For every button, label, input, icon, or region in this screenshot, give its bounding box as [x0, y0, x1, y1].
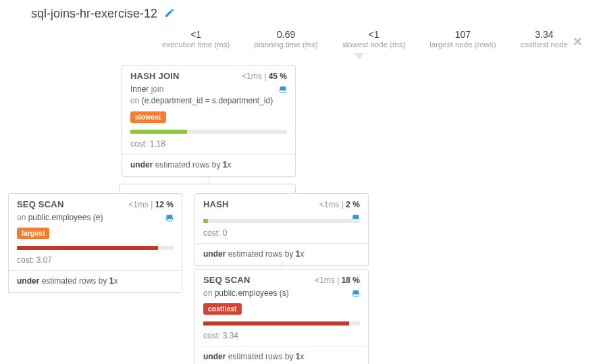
- bar-fill: [203, 219, 208, 223]
- node-timing: <1ms | 12 %: [128, 200, 174, 209]
- detail-kw: Inner: [130, 84, 151, 94]
- pointer-top: [354, 53, 365, 59]
- badge-largest: largest: [17, 228, 49, 239]
- under-a: under: [203, 249, 226, 259]
- database-icon: [165, 213, 174, 226]
- under-b: estimated rows by: [226, 352, 295, 361]
- node-header: SEQ SCAN <1ms | 12 %: [9, 194, 182, 211]
- stat-slowest-node: <1 slowest node (ms): [342, 29, 405, 49]
- connector-line: [282, 262, 282, 269]
- cost-label: cost:: [130, 139, 150, 149]
- stat-planning-time: 0.69 planning time (ms): [254, 29, 318, 49]
- row-estimate: under estimated rows by 1x: [195, 346, 368, 364]
- node-hash-join[interactable]: HASH JOIN <1ms | 45 % Inner join on (e.d…: [122, 65, 296, 177]
- cost-label: cost:: [17, 255, 36, 265]
- stat-label: execution time (ms): [162, 41, 230, 49]
- progress-bar: [17, 246, 174, 250]
- node-detail: Inner join on (e.department_id = s.depar…: [122, 82, 295, 111]
- header: sql-joins-hr-exercise-12: [0, 0, 603, 25]
- time-val: <1: [319, 200, 329, 209]
- detail-grey: join: [151, 84, 164, 94]
- time-val: <1: [128, 200, 138, 209]
- stat-value: 107: [429, 29, 496, 40]
- under-a: under: [203, 352, 226, 361]
- cost-label: cost:: [203, 331, 223, 340]
- under-a: under: [130, 160, 153, 170]
- stat-label: costliest node: [521, 41, 568, 49]
- node-seq-scan-employees-s[interactable]: SEQ SCAN <1ms | 18 % on public.employees…: [194, 269, 369, 364]
- connector-line: [209, 177, 209, 184]
- node-cost: cost: 3.34: [195, 330, 368, 346]
- under-d: x: [113, 276, 117, 286]
- node-detail: on public.employees (e): [9, 211, 182, 228]
- node-title: SEQ SCAN: [203, 275, 251, 285]
- stat-label: largest node (rows): [429, 41, 496, 49]
- bar-fill: [17, 246, 158, 250]
- node-timing: <1ms | 18 %: [315, 276, 360, 285]
- stat-value: 3.34: [521, 29, 568, 40]
- under-d: x: [227, 160, 231, 170]
- progress-bar: [203, 321, 360, 326]
- node-hash[interactable]: HASH <1ms | 2 % cost: 0 under estimated …: [194, 193, 369, 266]
- row-estimate: under estimated rows by 1x: [9, 271, 182, 292]
- node-timing: <1ms | 2 %: [319, 200, 360, 209]
- page-title: sql-joins-hr-exercise-12: [31, 7, 157, 21]
- cost-val: 3.34: [223, 331, 238, 340]
- stats-row: <1 execution time (ms) 0.69 planning tim…: [0, 25, 603, 55]
- node-title: HASH: [203, 199, 229, 209]
- pct-val: 45: [269, 72, 278, 81]
- node-title: SEQ SCAN: [17, 199, 64, 209]
- stat-execution-time: <1 execution time (ms): [162, 29, 230, 49]
- edit-icon[interactable]: [164, 7, 175, 20]
- node-header: HASH JOIN <1ms | 45 %: [122, 66, 295, 82]
- detail-on: on: [203, 288, 215, 298]
- badge-slowest: slowest: [130, 111, 166, 123]
- under-b: estimated rows by: [39, 276, 109, 286]
- under-b: estimated rows by: [153, 160, 222, 170]
- bar-fill: [203, 321, 349, 326]
- time-unit: ms: [329, 200, 340, 209]
- node-timing: <1ms | 45 %: [242, 72, 287, 81]
- stat-label: planning time (ms): [254, 41, 318, 49]
- node-detail: [195, 211, 368, 216]
- node-title: HASH JOIN: [130, 71, 180, 81]
- stat-label: slowest node (ms): [342, 41, 405, 49]
- close-icon[interactable]: ✕: [573, 34, 583, 49]
- badge-costliest: costliest: [203, 303, 242, 315]
- stat-value: 0.69: [254, 29, 318, 40]
- under-d: x: [300, 352, 304, 361]
- detail-cond: (e.department_id = s.department_id): [142, 96, 273, 105]
- time-val: <1: [315, 276, 324, 285]
- pct-val: 2: [346, 200, 350, 209]
- time-val: <1: [242, 72, 251, 81]
- time-unit: ms: [324, 276, 335, 285]
- stat-costliest-node: 3.34 costliest node: [521, 29, 568, 49]
- node-header: HASH <1ms | 2 %: [195, 194, 368, 211]
- node-cost: cost: 1.18: [122, 138, 295, 154]
- under-a: under: [17, 276, 39, 286]
- node-seq-scan-employees-e[interactable]: SEQ SCAN <1ms | 12 % on public.employees…: [8, 193, 182, 293]
- database-icon: [279, 85, 287, 98]
- connector: [119, 184, 296, 193]
- node-header: SEQ SCAN <1ms | 18 %: [195, 269, 368, 286]
- under-b: estimated rows by: [226, 249, 295, 259]
- stat-value: <1: [162, 29, 230, 40]
- stat-value: <1: [342, 29, 405, 40]
- cost-label: cost:: [203, 228, 223, 238]
- cost-val: 0: [223, 228, 228, 238]
- row-estimate: under estimated rows by 1x: [122, 155, 295, 176]
- node-cost: cost: 3.07: [9, 254, 182, 270]
- stat-largest-node: 107 largest node (rows): [429, 29, 496, 49]
- time-unit: ms: [138, 200, 149, 209]
- progress-bar: [203, 219, 360, 223]
- under-d: x: [300, 249, 304, 259]
- node-cost: cost: 0: [195, 227, 368, 243]
- node-detail: on public.employees (s): [195, 286, 368, 303]
- time-unit: ms: [251, 72, 262, 81]
- cost-val: 3.07: [36, 255, 52, 265]
- detail-cond: public.employees (e): [28, 213, 103, 222]
- detail-on: on: [130, 96, 142, 105]
- pct-val: 18: [342, 276, 350, 285]
- cost-val: 1.18: [150, 139, 165, 149]
- detail-on: on: [17, 213, 28, 222]
